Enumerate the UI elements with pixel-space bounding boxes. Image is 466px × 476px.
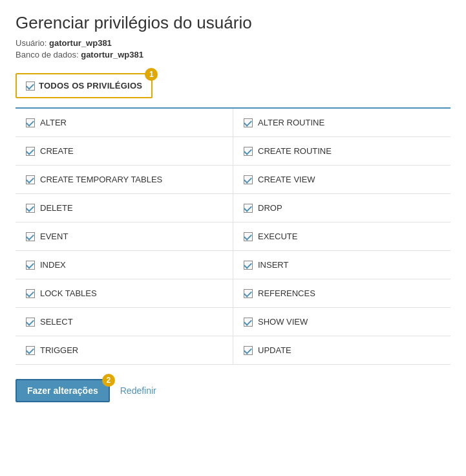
table-row: LOCK TABLES REFERENCES (16, 279, 450, 308)
table-row: DELETE DROP (16, 194, 450, 222)
priv-label-right-8: UPDATE (258, 345, 291, 355)
table-row: EVENT EXECUTE (16, 222, 450, 251)
table-row: TRIGGER UPDATE (16, 336, 450, 365)
checkbox-right-1[interactable] (244, 147, 253, 156)
priv-label-left-3: DELETE (40, 203, 73, 213)
page-title: Gerenciar privilégios do usuário (16, 13, 450, 33)
user-value: gatortur_wp381 (49, 38, 112, 48)
checkbox-left-4[interactable] (26, 232, 35, 241)
checkbox-right-4[interactable] (244, 232, 253, 241)
priv-label-left-2: CREATE TEMPORARY TABLES (40, 175, 162, 184)
privilege-right-7[interactable]: SHOW VIEW (244, 317, 440, 327)
privilege-right-3[interactable]: DROP (244, 203, 440, 213)
privilege-left-2[interactable]: CREATE TEMPORARY TABLES (26, 175, 222, 184)
table-row: ALTER ALTER ROUTINE (16, 109, 450, 137)
table-row: CREATE TEMPORARY TABLES CREATE VIEW (16, 166, 450, 194)
priv-label-right-2: CREATE VIEW (258, 175, 315, 184)
privilege-left-6[interactable]: LOCK TABLES (26, 288, 222, 298)
privilege-right-5[interactable]: INSERT (244, 260, 440, 270)
all-privileges-section[interactable]: TODOS OS PRIVILÉGIOS 1 (16, 73, 153, 98)
user-meta: Usuário: gatortur_wp381 (16, 38, 450, 48)
table-row: INDEX INSERT (16, 251, 450, 279)
priv-label-left-4: EVENT (40, 232, 68, 241)
table-row: CREATE CREATE ROUTINE (16, 137, 450, 166)
checkbox-right-7[interactable] (244, 318, 253, 327)
checkbox-left-2[interactable] (26, 175, 35, 184)
checkbox-left-5[interactable] (26, 261, 35, 270)
user-label: Usuário: (16, 38, 47, 48)
checkbox-right-2[interactable] (244, 175, 253, 184)
db-label: Banco de dados: (16, 50, 79, 60)
all-privileges-badge: 1 (145, 68, 158, 81)
page-container: Gerenciar privilégios do usuário Usuário… (0, 0, 466, 476)
priv-label-left-0: ALTER (40, 118, 67, 127)
privileges-table: ALTER ALTER ROUTINE CREATE CREATE ROUTIN… (16, 109, 450, 365)
checkbox-left-8[interactable] (26, 346, 35, 355)
checkbox-left-0[interactable] (26, 118, 35, 127)
priv-label-right-0: ALTER ROUTINE (258, 118, 324, 127)
checkbox-right-3[interactable] (244, 204, 253, 213)
all-privileges-label: TODOS OS PRIVILÉGIOS (39, 81, 142, 91)
priv-label-right-3: DROP (258, 203, 282, 213)
privilege-left-1[interactable]: CREATE (26, 146, 222, 156)
privilege-right-4[interactable]: EXECUTE (244, 232, 440, 241)
priv-label-right-7: SHOW VIEW (258, 317, 308, 327)
checkbox-left-7[interactable] (26, 318, 35, 327)
privilege-right-2[interactable]: CREATE VIEW (244, 175, 440, 184)
save-button[interactable]: Fazer alterações 2 (16, 379, 110, 402)
checkbox-right-5[interactable] (244, 261, 253, 270)
checkbox-left-1[interactable] (26, 147, 35, 156)
checkbox-right-0[interactable] (244, 118, 253, 127)
reset-link[interactable]: Redefinir (120, 385, 156, 396)
privilege-left-5[interactable]: INDEX (26, 260, 222, 270)
footer-section: Fazer alterações 2 Redefinir (16, 376, 450, 402)
priv-label-right-4: EXECUTE (258, 232, 297, 241)
priv-label-left-8: TRIGGER (40, 345, 78, 355)
save-button-label: Fazer alterações (27, 385, 98, 396)
privilege-left-7[interactable]: SELECT (26, 317, 222, 327)
checkbox-right-8[interactable] (244, 346, 253, 355)
db-value: gatortur_wp381 (81, 50, 143, 60)
privilege-left-8[interactable]: TRIGGER (26, 345, 222, 355)
table-row: SELECT SHOW VIEW (16, 308, 450, 336)
privilege-right-0[interactable]: ALTER ROUTINE (244, 118, 440, 127)
save-badge: 2 (102, 374, 115, 387)
priv-label-left-7: SELECT (40, 317, 73, 327)
privilege-left-0[interactable]: ALTER (26, 118, 222, 127)
privilege-left-3[interactable]: DELETE (26, 203, 222, 213)
priv-label-left-5: INDEX (40, 260, 66, 270)
privilege-right-6[interactable]: REFERENCES (244, 288, 440, 298)
priv-label-left-6: LOCK TABLES (40, 288, 97, 298)
privilege-right-8[interactable]: UPDATE (244, 345, 440, 355)
checkbox-right-6[interactable] (244, 289, 253, 298)
all-privileges-checkbox[interactable] (26, 81, 35, 91)
checkbox-left-6[interactable] (26, 289, 35, 298)
checkbox-left-3[interactable] (26, 204, 35, 213)
priv-label-left-1: CREATE (40, 146, 74, 156)
db-meta: Banco de dados: gatortur_wp381 (16, 50, 450, 60)
priv-label-right-1: CREATE ROUTINE (258, 146, 332, 156)
priv-label-right-6: REFERENCES (258, 288, 315, 298)
priv-label-right-5: INSERT (258, 260, 288, 270)
privilege-left-4[interactable]: EVENT (26, 232, 222, 241)
privilege-right-1[interactable]: CREATE ROUTINE (244, 146, 440, 156)
